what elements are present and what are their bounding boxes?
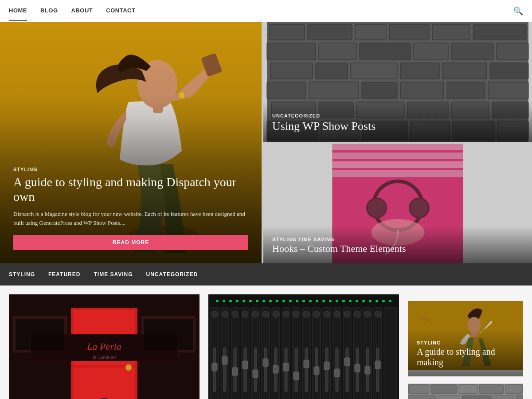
svg-rect-158 xyxy=(346,348,348,392)
cat-time-saving[interactable]: TIME SAVING xyxy=(94,271,133,278)
hero-main-card[interactable]: STYLING A guide to styling and making Di… xyxy=(0,22,262,263)
svg-point-88 xyxy=(249,300,252,302)
read-more-button[interactable]: READ MORE xyxy=(13,235,248,250)
svg-point-108 xyxy=(382,300,385,302)
svg-point-140 xyxy=(334,311,340,317)
svg-rect-177 xyxy=(365,366,370,374)
svg-point-134 xyxy=(273,311,279,317)
svg-point-86 xyxy=(236,300,239,302)
svg-point-90 xyxy=(262,300,265,302)
svg-rect-167 xyxy=(263,359,268,367)
bottom-center-card[interactable] xyxy=(208,294,399,399)
svg-point-102 xyxy=(342,300,345,302)
hero-main-description: Dispatch is a Magazine style blog for yo… xyxy=(13,210,248,227)
svg-text:di Caminito: di Caminito xyxy=(93,354,116,360)
svg-rect-174 xyxy=(334,369,340,377)
svg-rect-164 xyxy=(232,368,238,376)
svg-rect-148 xyxy=(244,348,246,392)
svg-point-107 xyxy=(376,300,378,302)
svg-point-128 xyxy=(211,311,218,317)
svg-rect-146 xyxy=(223,348,226,392)
hero-bottom-left-category: STYLING TIME SAVING xyxy=(272,237,334,242)
hero-main-overlay: STYLING A guide to styling and making Di… xyxy=(0,22,262,263)
bottom-right-top-overlay: STYLING A guide to styling and making xyxy=(408,329,523,376)
svg-rect-77 xyxy=(16,319,64,350)
cat-featured[interactable]: FEATURED xyxy=(48,271,80,278)
svg-point-101 xyxy=(336,300,338,302)
svg-rect-171 xyxy=(304,360,309,368)
svg-rect-161 xyxy=(376,348,379,392)
nav-blog[interactable]: BLOG xyxy=(40,0,58,21)
svg-point-132 xyxy=(252,311,258,317)
svg-rect-178 xyxy=(375,361,380,369)
svg-rect-154 xyxy=(305,348,308,392)
svg-rect-176 xyxy=(355,364,360,372)
svg-rect-211 xyxy=(493,395,514,399)
svg-rect-173 xyxy=(324,362,329,370)
svg-point-89 xyxy=(256,300,258,302)
svg-point-83 xyxy=(216,300,219,302)
bottom-right-bottom-card[interactable] xyxy=(408,380,523,399)
svg-point-99 xyxy=(322,300,325,302)
svg-point-131 xyxy=(242,311,248,317)
svg-point-135 xyxy=(283,311,289,317)
svg-point-100 xyxy=(329,300,332,302)
svg-rect-170 xyxy=(293,372,299,380)
category-bar: STYLING FEATURED TIME SAVING UNCATEGORIZ… xyxy=(0,263,532,286)
hero-top-right-card[interactable]: UNCATEGORIZED Using WP Show Posts xyxy=(263,22,532,142)
svg-point-71 xyxy=(125,364,132,371)
svg-point-87 xyxy=(243,300,245,302)
svg-rect-150 xyxy=(264,348,267,392)
svg-point-139 xyxy=(324,311,330,317)
svg-rect-169 xyxy=(283,363,289,371)
bottom-posts-grid: La Perla di Caminito xyxy=(0,286,532,399)
hero-top-right-overlay: UNCATEGORIZED Using WP Show Posts xyxy=(263,102,532,142)
svg-point-104 xyxy=(356,300,358,302)
hero-top-right-category: UNCATEGORIZED xyxy=(272,113,320,118)
svg-rect-209 xyxy=(438,395,460,399)
cat-styling[interactable]: STYLING xyxy=(9,271,35,278)
hero-main-title: A guide to styling and making Dispatch y… xyxy=(13,175,248,204)
hero-main-category: STYLING xyxy=(13,167,248,172)
svg-rect-70 xyxy=(73,368,135,399)
svg-rect-166 xyxy=(253,370,258,378)
svg-rect-165 xyxy=(243,361,248,369)
svg-rect-168 xyxy=(273,365,278,373)
svg-point-97 xyxy=(309,300,312,302)
svg-rect-163 xyxy=(222,356,227,364)
svg-point-106 xyxy=(369,300,372,302)
svg-point-136 xyxy=(293,311,299,317)
svg-point-94 xyxy=(289,300,292,302)
svg-text:La Perla: La Perla xyxy=(86,341,121,352)
svg-rect-206 xyxy=(479,384,504,393)
bottom-left-card[interactable]: La Perla di Caminito xyxy=(9,294,200,399)
svg-point-105 xyxy=(362,300,365,302)
svg-point-96 xyxy=(302,300,305,302)
svg-point-141 xyxy=(344,311,350,317)
cat-uncategorized[interactable]: UNCATEGORIZED xyxy=(146,271,198,278)
svg-point-144 xyxy=(375,311,381,317)
nav-about[interactable]: ABOUT xyxy=(71,0,93,21)
svg-point-84 xyxy=(223,300,225,302)
bottom-right-top-category: STYLING xyxy=(417,340,441,345)
nav-home[interactable]: HOME xyxy=(9,0,27,21)
hero-bottom-left-card[interactable]: STYLING TIME SAVING Hooks – Custom Theme… xyxy=(263,144,532,263)
bottom-right-top-card[interactable]: STYLING A guide to styling and making xyxy=(408,294,523,376)
nav-contact[interactable]: CONTACT xyxy=(106,0,135,21)
svg-rect-210 xyxy=(462,395,492,399)
svg-point-95 xyxy=(296,300,298,302)
svg-point-142 xyxy=(354,311,360,317)
search-icon[interactable]: 🔍 xyxy=(513,6,523,16)
svg-rect-207 xyxy=(505,384,523,393)
svg-point-91 xyxy=(269,300,272,302)
nav-links: HOME BLOG ABOUT CONTACT xyxy=(9,0,513,21)
hero-grid: STYLING A guide to styling and making Di… xyxy=(0,22,532,263)
svg-rect-203 xyxy=(409,384,429,393)
svg-rect-205 xyxy=(459,384,477,393)
svg-point-98 xyxy=(316,300,318,302)
svg-rect-172 xyxy=(314,367,319,375)
svg-rect-212 xyxy=(516,395,523,399)
svg-point-143 xyxy=(364,311,371,317)
svg-point-85 xyxy=(229,300,232,302)
svg-rect-153 xyxy=(295,348,297,392)
